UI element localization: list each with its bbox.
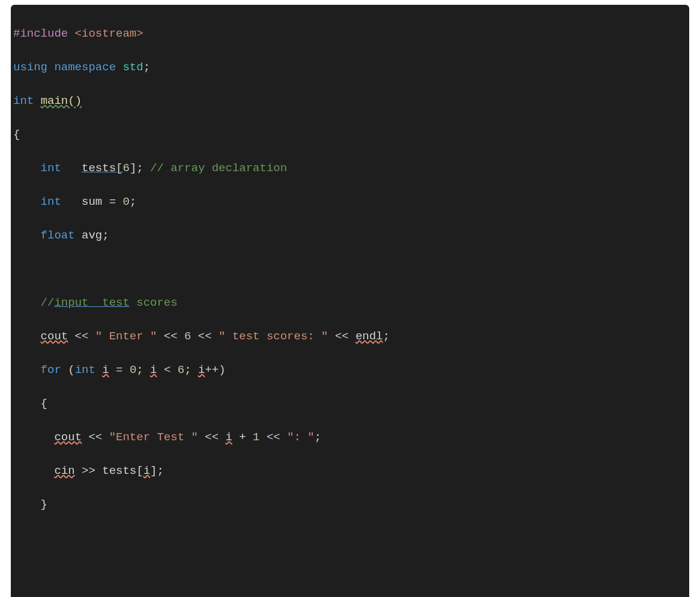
preproc-token: #include	[13, 27, 68, 40]
blank	[13, 532, 20, 545]
string-enter: " Enter "	[95, 330, 157, 343]
ident-i: i	[225, 429, 232, 446]
literal-6: 6	[178, 363, 184, 377]
indent	[13, 195, 41, 208]
keyword-namespace: namespace	[47, 61, 116, 74]
code-line-17	[11, 563, 689, 580]
type-int: int	[41, 162, 61, 175]
code-line-7: float avg;	[11, 227, 689, 244]
ident-i: i	[143, 462, 150, 479]
indent	[13, 464, 54, 477]
comment-decl: // array declaration	[143, 162, 287, 175]
ident-i: i	[150, 362, 157, 378]
semicolon: ;	[130, 195, 136, 208]
code-line-9: //input test scores	[11, 294, 689, 311]
code-line-10: cout << " Enter " << 6 << " test scores:…	[11, 328, 689, 345]
code-line-16	[11, 530, 689, 547]
keyword-using: using	[13, 61, 47, 74]
op-shift: <<	[260, 431, 288, 444]
space	[95, 363, 102, 377]
namespace-std: std	[116, 61, 143, 74]
comment-slash: //	[41, 296, 55, 309]
brace-open: {	[13, 128, 20, 141]
semi: ;	[136, 363, 150, 377]
type-int: int	[13, 94, 34, 108]
ident-i: i	[198, 362, 205, 378]
space	[61, 162, 82, 175]
comment-input-test: input test	[54, 296, 129, 309]
code-line-11: for (int i = 0; i < 6; i++)	[11, 362, 689, 378]
type-float: float	[41, 229, 75, 242]
op-shift: <<	[198, 431, 226, 444]
code-line-14: cin >> tests[i];	[11, 462, 689, 479]
string-entertest: "Enter Test "	[109, 431, 198, 444]
ident-cout: cout	[41, 328, 68, 345]
ident-cout: cout	[54, 429, 82, 446]
ident-avg: avg;	[75, 229, 109, 242]
semi: ;	[184, 363, 198, 377]
type-int: int	[41, 195, 61, 208]
indent	[13, 330, 41, 343]
space	[34, 94, 40, 108]
string-colon: ": "	[287, 431, 315, 444]
code-line-12: {	[11, 395, 689, 412]
semicolon: ;	[315, 431, 321, 444]
op-inc: ++)	[205, 363, 225, 377]
code-line-6: int sum = 0;	[11, 193, 689, 210]
ident-cin: cin	[54, 462, 74, 479]
code-line-1: #include <iostream>	[11, 25, 689, 42]
semicolon: ;	[143, 61, 150, 74]
semicolon: ;	[383, 330, 390, 343]
code-line-13: cout << "Enter Test " << i + 1 << ": ";	[11, 429, 689, 446]
literal-0: 0	[122, 195, 129, 208]
code-line-5: int tests[6]; // array declaration	[11, 160, 689, 177]
code-editor: #include <iostream> using namespace std;…	[11, 5, 689, 597]
keyword-for: for	[41, 363, 61, 377]
op-shift: <<	[191, 330, 219, 343]
brace-open: {	[13, 397, 47, 410]
op-shift: <<	[328, 330, 356, 343]
code-line-4: {	[11, 126, 689, 143]
indent	[13, 229, 41, 242]
op-assign: =	[109, 363, 130, 377]
code-line-8	[11, 261, 689, 277]
literal-6: 6	[122, 162, 129, 175]
ident-endl: endl	[355, 328, 383, 345]
func-main: main()	[41, 94, 82, 108]
op-shift: <<	[68, 330, 95, 343]
literal-6: 6	[184, 330, 191, 343]
ident-sum: sum =	[61, 195, 123, 208]
op-lt: <	[157, 363, 178, 377]
ident-i: i	[102, 362, 109, 378]
code-line-2: using namespace std;	[11, 59, 689, 76]
brace-close: }	[13, 498, 47, 511]
type-int: int	[75, 363, 95, 377]
blank	[13, 565, 20, 578]
op-plus: +	[232, 431, 253, 444]
literal-0: 0	[130, 363, 136, 377]
code-line-3: int main()	[11, 92, 689, 109]
blank	[13, 262, 20, 276]
paren-open: (	[61, 363, 75, 377]
ident-tests: tests[	[82, 160, 122, 177]
bracket-semi: ];	[130, 162, 143, 175]
include-header: <iostream>	[68, 27, 143, 40]
code-line-15: }	[11, 496, 689, 513]
indent	[13, 363, 41, 377]
bracket-semi: ];	[150, 464, 164, 477]
string-testscores: " test scores: "	[219, 330, 328, 343]
indent	[13, 296, 41, 309]
indent	[13, 162, 41, 175]
comment-scores: scores	[130, 296, 178, 309]
op-shift-in: >> tests[	[75, 464, 143, 477]
literal-1: 1	[253, 431, 259, 444]
indent	[13, 431, 54, 444]
op-shift: <<	[82, 431, 109, 444]
op-shift: <<	[157, 330, 184, 343]
